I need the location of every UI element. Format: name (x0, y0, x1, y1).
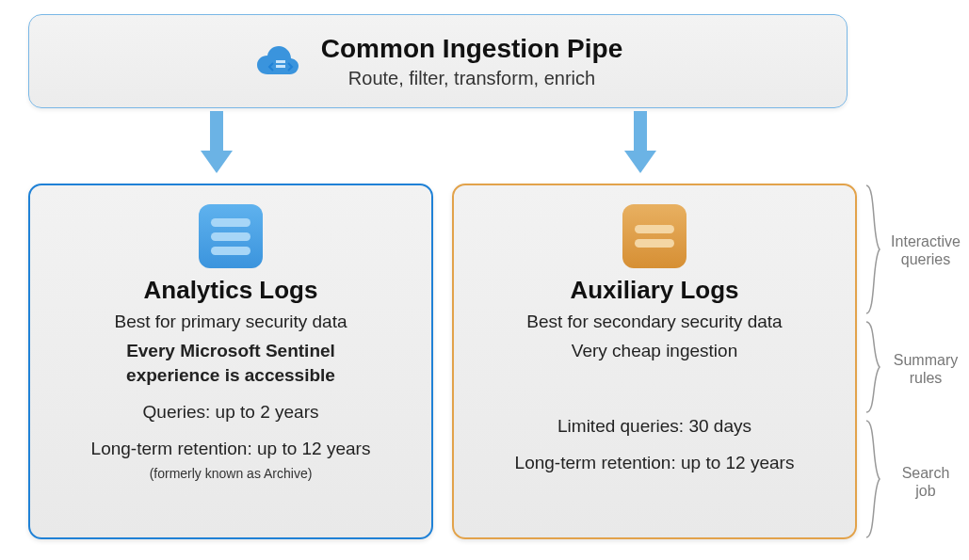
svg-rect-3 (634, 111, 647, 151)
label-text: queries (901, 251, 950, 267)
side-label-interactive: Interactive queries (885, 232, 966, 268)
icon-bar (635, 225, 674, 233)
auxiliary-queries: Limited queries: 30 days (471, 415, 838, 439)
auxiliary-logs-box: Auxiliary Logs Best for secondary securi… (452, 184, 857, 539)
side-labels-group: Interactive queries Summary rules Search… (864, 184, 968, 539)
label-text: Interactive (891, 233, 961, 249)
analytics-title: Analytics Logs (47, 276, 414, 305)
icon-bar (211, 218, 250, 227)
auxiliary-title: Auxiliary Logs (471, 276, 838, 305)
icon-bar (211, 232, 250, 241)
brace-icon (864, 184, 881, 315)
analytics-subtitle: Best for primary security data (47, 311, 414, 334)
label-text: Search (902, 465, 950, 481)
svg-marker-2 (201, 151, 233, 173)
analytics-queries: Queries: up to 2 years (47, 401, 414, 424)
auxiliary-cheap: Very cheap ingestion (471, 340, 838, 363)
svg-rect-1 (210, 111, 223, 151)
svg-marker-4 (624, 151, 656, 173)
analytics-logs-box: Analytics Logs Best for primary security… (28, 184, 433, 539)
arrow-to-auxiliary-icon (622, 111, 659, 177)
brace-icon (864, 419, 881, 539)
common-ingestion-pipe-box: Common Ingestion Pipe Route, filter, tra… (28, 14, 848, 108)
analytics-bold-line-2: experience is accessible (47, 364, 414, 388)
cloud-transform-icon (253, 41, 302, 81)
auxiliary-logs-icon (622, 204, 686, 268)
label-text: job (915, 483, 935, 499)
top-text-block: Common Ingestion Pipe Route, filter, tra… (321, 34, 622, 89)
brace-icon (864, 320, 881, 414)
side-label-search: Search job (885, 464, 966, 500)
auxiliary-subtitle: Best for secondary security data (471, 311, 838, 334)
label-text: Summary (894, 352, 958, 368)
auxiliary-retention: Long-term retention: up to 12 years (471, 452, 838, 475)
top-subtitle: Route, filter, transform, enrich (321, 68, 622, 89)
analytics-logs-icon (199, 204, 263, 268)
icon-bar (635, 239, 674, 248)
icon-bar (211, 247, 250, 255)
analytics-retention: Long-term retention: up to 12 years (47, 438, 414, 461)
side-label-summary: Summary rules (885, 351, 966, 387)
top-title: Common Ingestion Pipe (321, 34, 622, 64)
spacer (471, 368, 838, 394)
analytics-retention-note: (formerly known as Archive) (47, 466, 414, 481)
analytics-bold-line-1: Every Microsoft Sentinel (47, 340, 414, 363)
label-text: rules (910, 370, 943, 386)
arrow-to-analytics-icon (198, 111, 235, 177)
